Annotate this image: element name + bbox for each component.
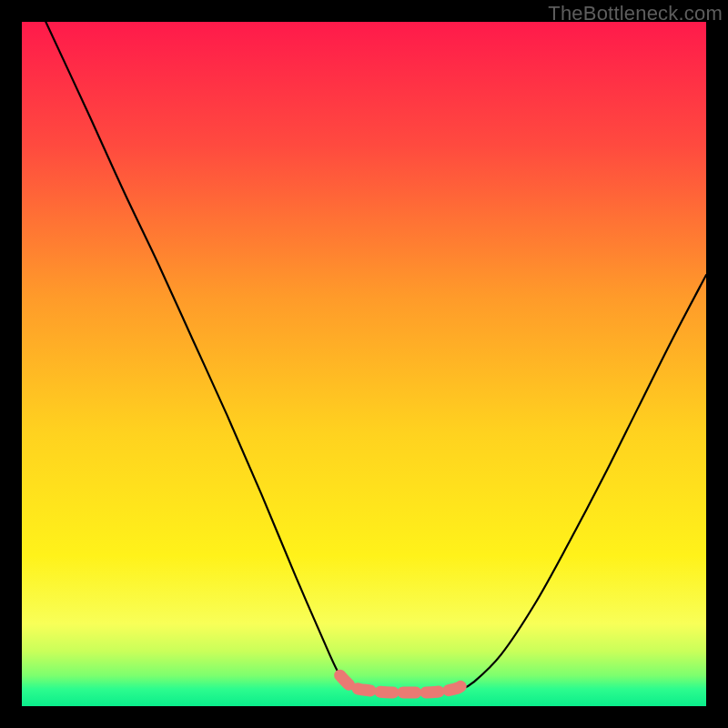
plot-area (22, 22, 706, 706)
gradient-background (22, 22, 706, 706)
watermark-text: TheBottleneck.com (548, 2, 723, 25)
chart-frame: TheBottleneck.com (0, 0, 728, 728)
bottleneck-chart (22, 22, 706, 706)
